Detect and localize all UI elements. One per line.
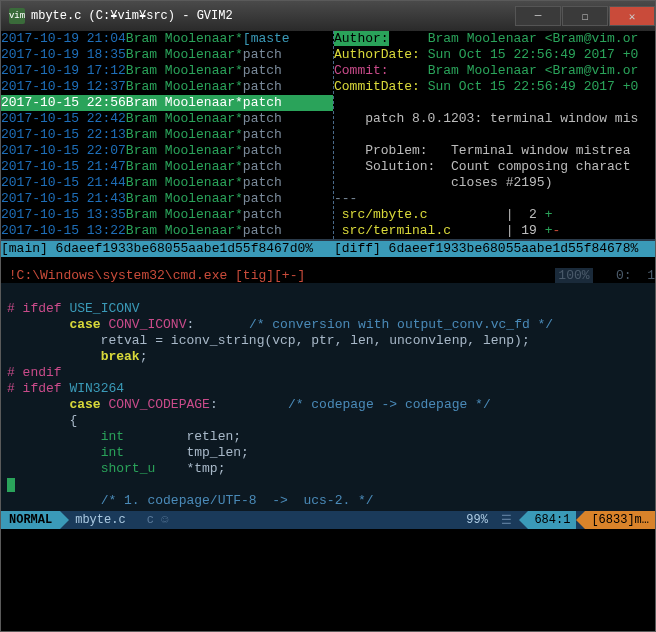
separator-icon — [519, 511, 528, 529]
log-author: Bram Moolenaar — [126, 191, 235, 207]
diff-commitdate-label: CommitDate: — [334, 79, 420, 94]
log-date: 2017-10-19 17:12 — [1, 63, 126, 79]
maximize-button[interactable]: ☐ — [562, 6, 608, 26]
diff-file2: src/terminal.c — [334, 223, 451, 238]
star-icon: * — [235, 143, 243, 159]
separator-icon — [576, 511, 585, 529]
code-line: short_u *tmp; — [7, 461, 649, 477]
patch-tag: patch — [243, 63, 282, 79]
log-date: 2017-10-15 13:22 — [1, 223, 126, 239]
git-log-pane[interactable]: 2017-10-19 21:04 Bram Moolenaar * [maste… — [1, 31, 334, 239]
star-icon: * — [235, 159, 243, 175]
diff-problem-label: Problem: — [334, 143, 451, 158]
diff-file1-num: 2 — [513, 207, 544, 222]
log-author: Bram Moolenaar — [126, 159, 235, 175]
patch-tag: patch — [243, 127, 282, 143]
close-button[interactable]: ✕ — [609, 6, 655, 26]
code-line: case CONV_CODEPAGE: /* codepage -> codep… — [7, 397, 649, 413]
code-line — [7, 477, 649, 493]
log-row[interactable]: 2017-10-15 21:44 Bram Moolenaar * patch — [1, 175, 333, 191]
window-buttons: ─ ☐ ✕ — [514, 6, 655, 26]
star-icon: * — [235, 31, 243, 47]
patch-tag: patch — [243, 175, 282, 191]
log-author: Bram Moolenaar — [126, 111, 235, 127]
tig-statusbar: [main] 6daeef1933be68055aabe1d55f8467d0%… — [1, 241, 655, 257]
star-icon: * — [235, 223, 243, 239]
code-line: retval = iconv_string(vcp, ptr, len, unc… — [7, 333, 649, 349]
cmd-percent: 100% — [555, 268, 592, 283]
log-date: 2017-10-19 12:37 — [1, 79, 126, 95]
log-author: Bram Moolenaar — [126, 79, 235, 95]
log-author: Bram Moolenaar — [126, 207, 235, 223]
star-icon: * — [235, 175, 243, 191]
log-row[interactable]: 2017-10-15 22:13 Bram Moolenaar * patch — [1, 127, 333, 143]
log-author: Bram Moolenaar — [126, 31, 235, 47]
diff-solution-value: Count composing charact — [451, 159, 630, 174]
diff-file2-num: 19 — [513, 223, 544, 238]
code-line: # endif — [7, 365, 649, 381]
code-line — [7, 285, 649, 301]
separator-icon: ☰ — [494, 513, 519, 528]
log-row[interactable]: 2017-10-15 22:42 Bram Moolenaar * patch — [1, 111, 333, 127]
tig-pane: 2017-10-19 21:04 Bram Moolenaar * [maste… — [1, 31, 655, 241]
main-window: vim mbyte.c (C:¥vim¥src) - GVIM2 ─ ☐ ✕ 2… — [0, 0, 656, 632]
cmd-pos: 0: 1 — [593, 268, 655, 283]
log-date: 2017-10-15 22:13 — [1, 127, 126, 143]
log-row[interactable]: 2017-10-15 13:22 Bram Moolenaar * patch — [1, 223, 333, 239]
file-percent: 99% — [460, 513, 494, 527]
diff-msg: patch 8.0.1203: terminal window mis — [334, 111, 655, 127]
warning-indicator: [6833]m… — [585, 511, 655, 529]
filename: mbyte.c — [69, 513, 131, 527]
star-icon: * — [235, 79, 243, 95]
log-row[interactable]: 2017-10-19 21:04 Bram Moolenaar * [maste — [1, 31, 333, 47]
diff-file1: src/mbyte.c — [334, 207, 428, 222]
code-editor[interactable]: # ifdef USE_ICONV case CONV_ICONV: /* co… — [1, 283, 655, 511]
log-date: 2017-10-15 22:42 — [1, 111, 126, 127]
filetype-icons: c ☺ — [140, 513, 176, 527]
diff-blank — [334, 127, 655, 143]
patch-tag: patch — [243, 159, 282, 175]
plus-icon: + — [545, 207, 553, 222]
log-row[interactable]: 2017-10-19 18:35 Bram Moolenaar * patch — [1, 47, 333, 63]
diff-commit-value: Bram Moolenaar <Bram@vim.or — [428, 63, 639, 78]
log-row[interactable]: 2017-10-19 12:37 Bram Moolenaar * patch — [1, 79, 333, 95]
mode-indicator: NORMAL — [1, 511, 60, 529]
git-diff-pane[interactable]: Author: Bram Moolenaar <Bram@vim.or Auth… — [334, 31, 655, 239]
code-line: # ifdef WIN3264 — [7, 381, 649, 397]
diff-problem-value: Terminal window mistrea — [451, 143, 630, 158]
patch-tag: patch — [243, 223, 282, 239]
diff-authordate-label: AuthorDate: — [334, 47, 420, 62]
log-row[interactable]: 2017-10-15 22:56 Bram Moolenaar * patch — [1, 95, 333, 111]
log-author: Bram Moolenaar — [126, 47, 235, 63]
cmd-text: !C:\Windows\system32\cmd.exe [tig][+-] — [1, 268, 305, 283]
log-author: Bram Moolenaar — [126, 143, 235, 159]
gap — [1, 257, 655, 267]
patch-tag: patch — [243, 47, 282, 63]
vim-statusline: NORMAL mbyte.c c ☺ 99% ☰ 684: 1 [6833]m… — [1, 511, 655, 529]
patch-tag: patch — [243, 143, 282, 159]
log-author: Bram Moolenaar — [126, 175, 235, 191]
patch-tag: patch — [243, 111, 282, 127]
code-line: case CONV_ICONV: /* conversion with outp… — [7, 317, 649, 333]
code-line: int retlen; — [7, 429, 649, 445]
diff-author-value: Bram Moolenaar <Bram@vim.or — [428, 31, 639, 46]
log-row[interactable]: 2017-10-15 22:07 Bram Moolenaar * patch — [1, 143, 333, 159]
diff-status: [diff] 6daeef1933be68055aabe1d55f84678% — [334, 241, 655, 257]
log-author: Bram Moolenaar — [126, 127, 235, 143]
log-row[interactable]: 2017-10-15 21:43 Bram Moolenaar * patch — [1, 191, 333, 207]
star-icon: * — [235, 47, 243, 63]
titlebar[interactable]: vim mbyte.c (C:¥vim¥src) - GVIM2 ─ ☐ ✕ — [1, 1, 655, 31]
minimize-button[interactable]: ─ — [515, 6, 561, 26]
line-number: 684: — [534, 513, 563, 527]
star-icon: * — [235, 63, 243, 79]
diff-solution-label: Solution: — [334, 159, 451, 174]
log-row[interactable]: 2017-10-15 13:35 Bram Moolenaar * patch — [1, 207, 333, 223]
star-icon: * — [235, 127, 243, 143]
log-row[interactable]: 2017-10-19 17:12 Bram Moolenaar * patch — [1, 63, 333, 79]
main-status: [main] 6daeef1933be68055aabe1d55f8467d0% — [1, 241, 334, 257]
branch-tag: [maste — [243, 31, 290, 47]
star-icon: * — [235, 95, 243, 111]
diff-author-label: Author: — [334, 31, 389, 46]
log-date: 2017-10-19 21:04 — [1, 31, 126, 47]
log-row[interactable]: 2017-10-15 21:47 Bram Moolenaar * patch — [1, 159, 333, 175]
